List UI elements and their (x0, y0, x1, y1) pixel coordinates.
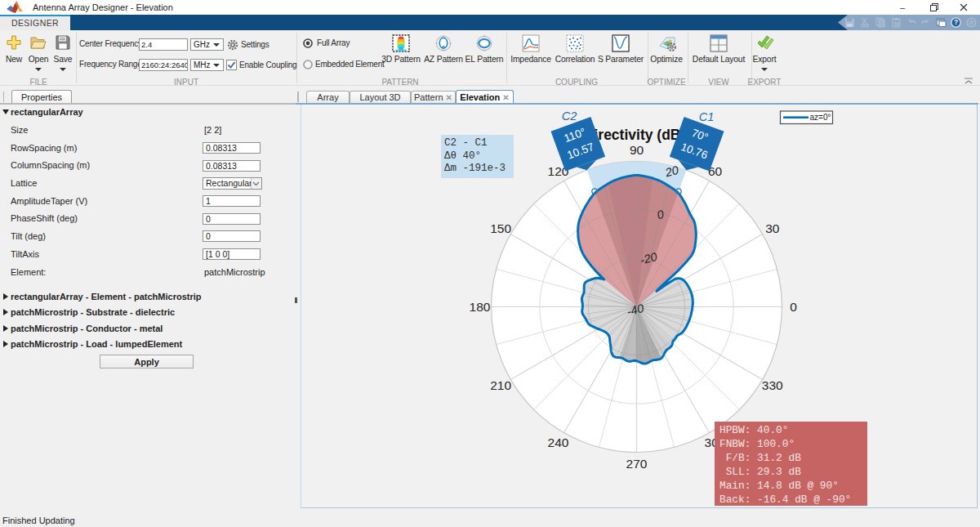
svg-text:240: 240 (548, 435, 569, 449)
svg-text:az=0°: az=0° (810, 113, 831, 122)
svg-text:C1: C1 (699, 110, 715, 123)
svg-text:0: 0 (790, 300, 797, 314)
svg-text:210: 210 (490, 378, 511, 392)
svg-text:150: 150 (490, 221, 511, 235)
svg-text:C2: C2 (562, 109, 577, 123)
svg-text:180: 180 (470, 300, 491, 314)
svg-text:90: 90 (630, 143, 644, 157)
svg-text:Directivity (dBi): Directivity (dBi) (584, 127, 689, 143)
svg-text:330: 330 (762, 378, 783, 392)
svg-text:270: 270 (626, 457, 648, 471)
svg-text:30: 30 (765, 221, 780, 235)
svg-text:?: ? (954, 18, 958, 26)
